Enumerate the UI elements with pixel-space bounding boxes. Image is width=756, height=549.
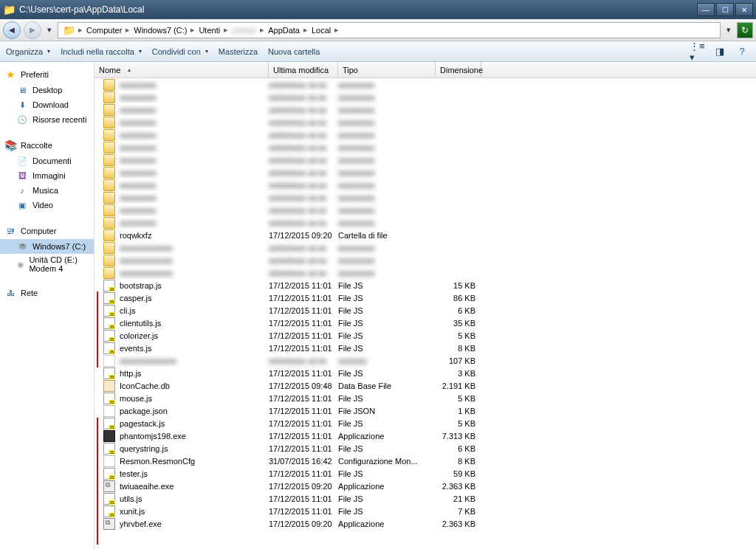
column-modified[interactable]: Ultima modifica	[269, 62, 338, 77]
file-row[interactable]: IconCache.db17/12/2015 09:48Data Base Fi…	[94, 379, 756, 392]
file-type-redacted: xxxxxxxxx	[338, 269, 436, 277]
computer-group[interactable]: 🖳Computer	[0, 223, 94, 239]
refresh-button[interactable]: ↻	[737, 22, 753, 38]
chevron-right-icon[interactable]: ▸	[190, 25, 196, 35]
folder-row[interactable]: roqwkxfz 17/12/2015 09:20 Cartella di fi…	[94, 229, 756, 241]
organize-menu[interactable]: Organizza	[6, 47, 50, 56]
file-row[interactable]: http.js17/12/2015 11:01File JS3 KB	[94, 367, 756, 379]
sidebar-item-music[interactable]: ♪Musica	[0, 183, 94, 198]
file-row[interactable]: Resmon.ResmonCfg31/07/2015 16:42Configur…	[94, 455, 756, 467]
breadcrumb[interactable]: Utenti	[196, 26, 223, 35]
breadcrumb[interactable]: Windows7 (C:)	[131, 26, 190, 35]
file-modified: 17/12/2015 11:01	[269, 394, 338, 403]
back-button[interactable]: ◄	[3, 21, 21, 39]
folder-row-redacted[interactable]: xxxxxxxxxxx/xx/xxxx xx:xxxxxxxxxxx	[94, 204, 756, 216]
cd-icon: ◉	[16, 258, 24, 270]
folder-row-redacted[interactable]: xxxxxxxxxxx/xx/xxxx xx:xxxxxxxxxxx	[94, 216, 756, 229]
file-row[interactable]: querystring.js17/12/2015 11:01File JS6 K…	[94, 442, 756, 455]
network-group[interactable]: 🖧Rete	[0, 285, 94, 301]
sidebar-item-recent[interactable]: 🕓Risorse recenti	[0, 112, 94, 127]
address-bar[interactable]: 📁 ▸ Computer ▸ Windows7 (C:) ▸ Utenti ▸ …	[58, 22, 721, 38]
file-row[interactable]: events.js17/12/2015 11:01File JS8 KB	[94, 342, 756, 354]
file-name: package.json	[120, 407, 168, 415]
preview-pane-button[interactable]: ◨	[712, 44, 728, 60]
folder-row-redacted[interactable]: xxxxxxxxxxx/xx/xxxx xx:xxxxxxxxxxx	[94, 166, 756, 179]
file-row[interactable]: yhrvbef.exe17/12/2015 09:20Applicazione2…	[94, 517, 756, 530]
file-row[interactable]: pagestack.js17/12/2015 11:01File JS5 KB	[94, 417, 756, 429]
view-options-button[interactable]: ⋮≡ ▾	[690, 44, 706, 60]
file-row[interactable]: casper.js17/12/2015 11:01File JS86 KB	[94, 291, 756, 304]
file-type: Applicazione	[338, 482, 436, 491]
chevron-right-icon[interactable]: ▸	[78, 25, 83, 35]
folder-icon	[103, 92, 115, 103]
file-row[interactable]: phantomjs198.exe17/12/2015 11:01Applicaz…	[94, 429, 756, 442]
new-folder-button[interactable]: Nuova cartella	[268, 47, 320, 56]
close-button[interactable]: ✕	[735, 3, 753, 16]
folder-row-redacted[interactable]: xxxxxxxxxxx/xx/xxxx xx:xxxxxxxxxxx	[94, 191, 756, 204]
folder-row-redacted[interactable]: xxxxxxxxxxx/xx/xxxx xx:xxxxxxxxxxx	[94, 153, 756, 166]
file-row[interactable]: cli.js17/12/2015 11:01File JS6 KB	[94, 304, 756, 317]
chevron-right-icon[interactable]: ▸	[223, 25, 229, 35]
folder-row-redacted[interactable]: xxxxxxxxxxx/xx/xxxx xx:xxxxxxxxxxx	[94, 116, 756, 128]
video-icon: ▣	[16, 199, 28, 211]
folder-row-redacted[interactable]: xxxxxxxxxxx/xx/xxxx xx:xxxxxxxxxxx	[94, 141, 756, 153]
folder-row-redacted[interactable]: xxxxxxxxxxx/xx/xxxx xx:xxxxxxxxxxx	[94, 91, 756, 103]
folder-row-redacted[interactable]: xxxxxxxxxxxxxxx/xx/xxxx xx:xxxxxxxxxxx	[94, 241, 756, 254]
folder-row-redacted[interactable]: xxxxxxxxxxxxxxx/xx/xxxx xx:xxxxxxxxxxx	[94, 254, 756, 266]
sidebar-item-documents[interactable]: 📄Documenti	[0, 153, 94, 168]
folder-icon	[103, 255, 115, 266]
folder-row-redacted[interactable]: xxxxxxxxxxxxxxx/xx/xxxx xx:xxxxxxxxxxx	[94, 266, 756, 279]
breadcrumb[interactable]: AppData	[265, 26, 303, 35]
file-type: xxxxxxx	[338, 356, 436, 365]
chevron-right-icon[interactable]: ▸	[334, 25, 340, 35]
burn-button[interactable]: Masterizza	[219, 47, 258, 56]
address-dropdown[interactable]: ▾	[724, 21, 734, 39]
include-menu[interactable]: Includi nella raccolta	[61, 47, 142, 56]
file-row[interactable]: xxxxxxxxxxxxxxxx/xx/xxxx xx:xxxxxxxxx107…	[94, 354, 756, 367]
column-label: Tipo	[343, 66, 358, 75]
file-modified: 17/12/2015 11:01	[269, 469, 338, 478]
chevron-right-icon[interactable]: ▸	[125, 25, 131, 35]
sidebar-item-download[interactable]: ⬇Download	[0, 97, 94, 112]
folder-row-redacted[interactable]: xxxxxxxxxxx/xx/xxxx xx:xxxxxxxxxxx	[94, 179, 756, 191]
sidebar-item-images[interactable]: 🖼Immagini	[0, 168, 94, 183]
file-row[interactable]: tester.js17/12/2015 11:01File JS59 KB	[94, 467, 756, 480]
file-row[interactable]: bootstrap.js17/12/2015 11:01File JS15 KB	[94, 279, 756, 291]
file-name-redacted: xxxxxxxxx	[120, 193, 157, 202]
file-name: Resmon.ResmonCfg	[120, 457, 195, 466]
sidebar-item-desktop[interactable]: 🖥Desktop	[0, 83, 94, 97]
file-row[interactable]: xunit.js17/12/2015 11:01File JS7 KB	[94, 505, 756, 517]
chevron-right-icon[interactable]: ▸	[303, 25, 309, 35]
folder-row-redacted[interactable]: xxxxxxxxxxx/xx/xxxx xx:xxxxxxxxxxx	[94, 103, 756, 116]
column-name[interactable]: Nome	[94, 62, 269, 77]
sidebar-item-drive-c[interactable]: ⛃Windows7 (C:)	[0, 239, 94, 254]
favorites-group[interactable]: ★Preferiti	[0, 66, 94, 83]
breadcrumb-redacted[interactable]: xxxxxx	[229, 26, 259, 35]
file-size: 3 KB	[436, 369, 481, 378]
file-row[interactable]: mouse.js17/12/2015 11:01File JS5 KB	[94, 392, 756, 404]
minimize-button[interactable]: —	[697, 3, 715, 16]
file-row[interactable]: colorizer.js17/12/2015 11:01File JS5 KB	[94, 329, 756, 342]
sidebar-item-label: Immagini	[32, 171, 66, 180]
forward-button[interactable]: ►	[24, 21, 41, 39]
file-list[interactable]: xxxxxxxxxxx/xx/xxxx xx:xxxxxxxxxxxxxxxxx…	[94, 78, 756, 549]
breadcrumb[interactable]: Computer	[83, 26, 125, 35]
file-row[interactable]: package.json17/12/2015 11:01File JSON1 K…	[94, 404, 756, 417]
folder-row-redacted[interactable]: xxxxxxxxxxx/xx/xxxx xx:xxxxxxxxxxx	[94, 128, 756, 141]
file-row[interactable]: utils.js17/12/2015 11:01File JS21 KB	[94, 492, 756, 505]
column-type[interactable]: Tipo	[338, 62, 436, 77]
sidebar-item-video[interactable]: ▣Video	[0, 198, 94, 213]
history-dropdown[interactable]: ▾	[44, 21, 55, 39]
file-row[interactable]: twiuaeaihe.exe17/12/2015 09:20Applicazio…	[94, 480, 756, 492]
folder-row-redacted[interactable]: xxxxxxxxxxx/xx/xxxx xx:xxxxxxxxxxx	[94, 78, 756, 91]
share-menu[interactable]: Condividi con	[152, 47, 208, 56]
column-size[interactable]: Dimensione	[436, 62, 481, 77]
sidebar-item-drive-cd[interactable]: ◉Unità CD (E:) Modem 4	[0, 254, 94, 274]
file-row[interactable]: clientutils.js17/12/2015 11:01File JS35 …	[94, 317, 756, 329]
maximize-button[interactable]: ☐	[716, 3, 734, 16]
libraries-group[interactable]: 📚Raccolte	[0, 137, 94, 153]
folder-icon: 📁	[63, 24, 75, 36]
chevron-right-icon[interactable]: ▸	[259, 25, 265, 35]
help-button[interactable]: ?	[734, 44, 750, 60]
breadcrumb[interactable]: Local	[309, 26, 334, 35]
